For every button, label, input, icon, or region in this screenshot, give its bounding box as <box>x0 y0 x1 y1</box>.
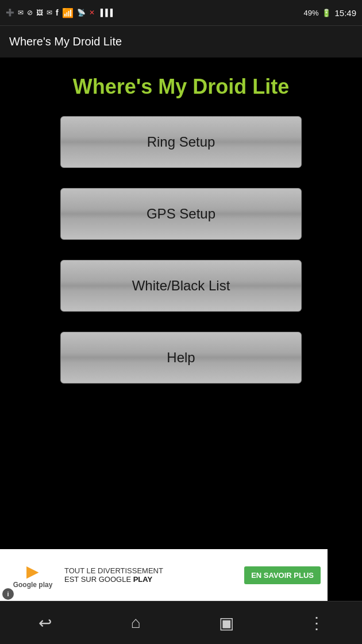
page-title: Where's My Droid Lite <box>9 35 122 48</box>
white-black-list-button[interactable]: White/Black List <box>60 260 302 312</box>
block-icon: ⊘ <box>27 9 33 17</box>
main-content: Where's My Droid Lite Ring Setup GPS Set… <box>0 57 362 404</box>
image-icon: 🖼 <box>36 9 43 17</box>
google-play-brand: ▶ Google play <box>7 562 59 589</box>
help-label: Help <box>167 350 195 366</box>
battery-percent: 49% <box>303 9 318 17</box>
ad-line2: EST SUR GOOGLE PLAY <box>64 575 238 584</box>
ring-setup-button[interactable]: Ring Setup <box>60 116 302 168</box>
facebook-icon: f <box>56 8 59 17</box>
ad-text-block: TOUT LE DIVERTISSEMENT EST SUR GOOGLE PL… <box>64 566 238 584</box>
back-icon: ↩ <box>38 614 52 632</box>
help-button[interactable]: Help <box>60 332 302 384</box>
gps-setup-button[interactable]: GPS Setup <box>60 188 302 240</box>
ring-setup-label: Ring Setup <box>147 134 215 150</box>
google-play-icon: ▶ <box>26 562 39 581</box>
overflow-icon: ⋮ <box>309 614 325 632</box>
ad-play-text: PLAY <box>133 575 152 584</box>
gps-setup-label: GPS Setup <box>147 206 215 222</box>
battery-icon: 🔋 <box>322 9 331 17</box>
no-signal-icon: ✕ <box>89 9 95 17</box>
ad-info-icon[interactable]: i <box>2 588 14 600</box>
bars-icon: ▐▐▐ <box>98 9 113 17</box>
recents-button[interactable]: ▣ <box>181 601 272 644</box>
recents-icon: ▣ <box>219 614 234 632</box>
app-title: Where's My Droid Lite <box>73 75 290 99</box>
add-icon: ➕ <box>6 9 14 17</box>
bottom-nav: ↩ ⌂ ▣ ⋮ <box>0 601 362 644</box>
ad-line1: TOUT LE DIVERTISSEMENT <box>64 566 238 575</box>
clock: 15:49 <box>334 8 356 18</box>
google-play-text: Google play <box>13 581 53 589</box>
top-bar: Where's My Droid Lite <box>0 25 362 57</box>
wifi-icon: 📡 <box>77 9 86 17</box>
ad-cta-button[interactable]: EN SAVOIR PLUS <box>244 566 321 584</box>
back-button[interactable]: ↩ <box>0 601 91 644</box>
status-bar-left: ➕ ✉ ⊘ 🖼 ✉ f 📶 📡 ✕ ▐▐▐ <box>6 7 113 18</box>
gmail-icon: ✉ <box>18 9 24 17</box>
white-black-list-label: White/Black List <box>132 278 230 294</box>
home-icon: ⌂ <box>131 614 141 632</box>
overflow-menu-button[interactable]: ⋮ <box>272 601 363 644</box>
status-bar-right: 49% 🔋 15:49 <box>303 8 356 18</box>
ad-banner: ▶ Google play TOUT LE DIVERTISSEMENT EST… <box>0 549 328 601</box>
status-bar: ➕ ✉ ⊘ 🖼 ✉ f 📶 📡 ✕ ▐▐▐ 49% 🔋 15:49 <box>0 0 362 25</box>
signal-icon: 📶 <box>62 7 74 18</box>
home-button[interactable]: ⌂ <box>91 601 182 644</box>
mail-icon: ✉ <box>47 9 52 17</box>
